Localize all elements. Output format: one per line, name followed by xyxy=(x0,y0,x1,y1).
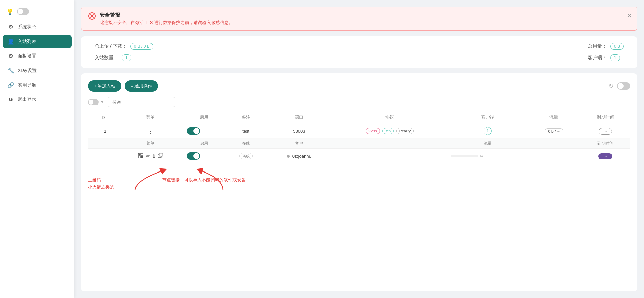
col-remark: 备注 xyxy=(225,112,267,123)
general-ops-button[interactable]: ≡ 通用操作 xyxy=(125,80,158,92)
sidebar-item-logout[interactable]: G 退出登录 xyxy=(3,93,72,106)
row-enable-toggle[interactable] xyxy=(187,127,200,135)
exp-col-empty3 xyxy=(527,139,580,149)
cell-flow: 0 B / ∞ xyxy=(527,123,580,139)
logout-icon: G xyxy=(7,97,14,102)
upload-download-stat: 总上传 / 下载： 0 B / 0 B xyxy=(95,43,153,50)
table-header-row: ID 菜单 启用 备注 端口 协议 客户端 流量 到期时间 xyxy=(88,112,630,123)
inbound-count-stat: 入站数量： 1 xyxy=(95,54,153,61)
total-usage-stat: 总用量： 0 B xyxy=(588,43,624,50)
upload-download-label: 总上传 / 下载： xyxy=(95,43,127,49)
svg-rect-15 xyxy=(159,153,163,156)
menu-dots-button[interactable]: ⋮ xyxy=(147,128,154,134)
exp-col-flow: 流量 xyxy=(448,139,527,149)
alert-icon xyxy=(88,12,96,21)
svg-rect-11 xyxy=(142,157,142,157)
exp-cell-enabled xyxy=(183,149,225,163)
sidebar-item-system-status[interactable]: ⚙ 系统状态 xyxy=(3,20,72,33)
expand-button[interactable]: − xyxy=(99,128,102,134)
refresh-button[interactable]: ↻ xyxy=(609,82,614,90)
expanded-data-row: ✏ ℹ xyxy=(88,149,630,163)
svg-rect-9 xyxy=(141,156,142,157)
cell-expire: ∞ xyxy=(580,123,630,139)
annotations: 二维码小火箭之类的 节点链接，可以导入不能扫码的软件或设备 xyxy=(88,167,630,197)
exp-col-empty xyxy=(88,139,118,149)
exp-cell-online: 离线 xyxy=(225,149,267,163)
table-toolbar: + 添加入站 ≡ 通用操作 ↻ xyxy=(88,80,630,92)
protocol-tag-vless: vless xyxy=(366,128,380,134)
sidebar-toggle[interactable] xyxy=(17,8,29,15)
clients-stat: 客户端： 1 xyxy=(588,54,624,61)
exp-col-menu: 菜单 xyxy=(118,139,183,149)
qrcode-icon[interactable] xyxy=(138,153,143,159)
sidebar-item-panel-settings[interactable]: ⚙ 面板设置 xyxy=(3,49,72,63)
sidebar-item-useful-nav[interactable]: 🔗 实用导航 xyxy=(3,78,72,92)
online-status: 离线 xyxy=(239,153,253,159)
svg-rect-13 xyxy=(142,157,143,158)
flow-badge: 0 B / ∞ xyxy=(545,128,564,134)
col-menu: 菜单 xyxy=(118,112,183,123)
col-port: 端口 xyxy=(267,112,331,123)
flow-value: ∞ xyxy=(480,154,483,158)
toolbar-toggle[interactable] xyxy=(617,82,630,90)
cell-protocol: vless tcp Reality xyxy=(331,123,448,139)
alert-close-button[interactable]: ✕ xyxy=(627,12,632,19)
expanded-header-row: 菜单 启用 在线 客户 流量 到期时间 xyxy=(88,139,630,149)
col-expire: 到期时间 xyxy=(580,112,630,123)
cell-id: − 1 xyxy=(88,123,118,139)
clients-value: 1 xyxy=(610,54,620,61)
search-input[interactable] xyxy=(108,97,175,107)
col-flow: 流量 xyxy=(527,112,580,123)
progress-track xyxy=(451,155,478,157)
sidebar: 💡 ⚙ 系统状态 👤 入站列表 ⚙ 面板设置 🔧 Xray设置 🔗 实用导航 G… xyxy=(0,0,74,298)
add-inbound-button[interactable]: + 添加入站 xyxy=(88,80,121,92)
sidebar-item-xray-settings[interactable]: 🔧 Xray设置 xyxy=(3,64,72,77)
stats-right: 总用量： 0 B 客户端： 1 xyxy=(588,43,624,61)
protocol-tag-reality: Reality xyxy=(396,128,414,134)
stats-card: 总上传 / 下载： 0 B / 0 B 入站数量： 1 总用量： 0 B 客户端… xyxy=(81,36,637,68)
exp-cell-menu: ✏ ℹ xyxy=(118,149,183,163)
total-usage-value: 0 B xyxy=(610,43,624,50)
table-row: − 1 ⋮ test 58003 vless t xyxy=(88,123,630,139)
sub-row-enable-toggle[interactable] xyxy=(187,152,200,160)
filter-switch[interactable] xyxy=(88,99,99,105)
sidebar-item-label: 入站列表 xyxy=(18,39,36,45)
col-protocol: 协议 xyxy=(331,112,448,123)
data-table: ID 菜单 启用 备注 端口 协议 客户端 流量 到期时间 − 1 xyxy=(88,112,630,163)
cell-remark: test xyxy=(225,123,267,139)
info-icon[interactable]: ℹ xyxy=(153,153,155,159)
clients-badge: 1 xyxy=(484,127,492,135)
flow-progress: ∞ xyxy=(451,154,524,158)
svg-rect-8 xyxy=(139,157,140,157)
exp-cell-empty3 xyxy=(527,149,580,163)
qrcode-annotation-text: 二维码小火箭之类的 xyxy=(88,177,114,190)
search-row: ▼ xyxy=(88,97,630,107)
sidebar-item-inbound-list[interactable]: 👤 入站列表 xyxy=(3,35,72,48)
edit-icon[interactable]: ✏ xyxy=(146,153,150,159)
inbound-count-value: 1 xyxy=(122,54,131,61)
system-status-icon: ⚙ xyxy=(7,24,14,30)
alert-content: 安全警报 此连接不安全。在激活 TLS 进行数据保护之前，请勿输入敏感信息。 xyxy=(100,12,630,26)
toolbar-right: ↻ xyxy=(609,82,630,90)
exp-cell-empty xyxy=(88,149,118,163)
sidebar-item-label: Xray设置 xyxy=(18,68,37,74)
expire-purple-badge: ∞ xyxy=(598,153,612,159)
row-actions: ✏ ℹ xyxy=(121,153,180,159)
clients-label: 客户端： xyxy=(588,55,607,61)
exp-col-empty2 xyxy=(331,139,448,149)
sidebar-nav: ⚙ 系统状态 👤 入站列表 ⚙ 面板设置 🔧 Xray设置 🔗 实用导航 G 退… xyxy=(0,20,74,106)
link-icon[interactable] xyxy=(158,153,163,159)
exp-cell-expire: ∞ xyxy=(580,149,630,163)
exp-col-expire: 到期时间 xyxy=(580,139,630,149)
alert-banner: 安全警报 此连接不安全。在激活 TLS 进行数据保护之前，请勿输入敏感信息。 ✕ xyxy=(81,7,637,31)
cell-clients: 1 xyxy=(448,123,527,139)
sidebar-item-label: 面板设置 xyxy=(18,53,36,59)
filter-icon[interactable]: ▼ xyxy=(100,99,104,105)
cell-enabled xyxy=(183,123,225,139)
exp-col-client: 客户 xyxy=(267,139,331,149)
inbound-count-label: 入站数量： xyxy=(95,55,118,61)
svg-rect-12 xyxy=(141,157,142,158)
cell-port: 58003 xyxy=(267,123,331,139)
stats-left: 总上传 / 下载： 0 B / 0 B 入站数量： 1 xyxy=(95,43,153,61)
exp-col-online: 在线 xyxy=(225,139,267,149)
